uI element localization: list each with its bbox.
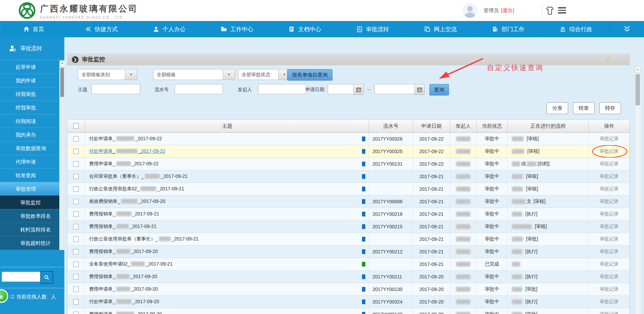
theme-skin-icon[interactable] [545, 6, 555, 15]
approval-record-link[interactable]: 审批记录 [600, 249, 619, 255]
scroll-up-icon[interactable]: ▲ [60, 60, 65, 67]
table-row[interactable]: 费用报销单__2017-09-20 2017YY00211 2017-09-20… [67, 271, 629, 283]
row-subject[interactable]: 行政公章使用审批单02__2017-09-21 [89, 186, 184, 192]
sidebar-item[interactable]: 审批数据查询 [0, 141, 59, 155]
logout-link[interactable]: [退出] [501, 0, 514, 21]
table-row[interactable]: 费用申请单__2017-09-22 2017YY00131 2017-09-22… [67, 158, 629, 170]
initiator-input[interactable] [258, 84, 306, 94]
nav-item-approval-flow[interactable]: 审批流转 [339, 21, 407, 37]
menu-icon[interactable] [558, 7, 566, 15]
archive-button[interactable]: 转存 [599, 102, 621, 114]
scrollbar-thumb[interactable] [60, 68, 64, 97]
sidebar-item[interactable]: 审批监控 [0, 195, 59, 209]
date-from-input[interactable] [328, 84, 356, 94]
row-subject[interactable]: 费用申请单__2017-09-22 [89, 161, 158, 167]
nav-item-doc-center[interactable]: 文档中心 [271, 21, 339, 37]
approval-record-link[interactable]: 审批记录 [600, 198, 619, 205]
sidebar-section-header[interactable]: 审批流转 [0, 37, 64, 60]
row-subject[interactable]: 费用报销单__2017-09-20 [89, 249, 158, 255]
table-row[interactable]: 付款申请单__2017-09-20 2017YY00324 2017-09-20… [67, 296, 629, 308]
approval-record-link[interactable]: 审批记录 [600, 274, 619, 280]
sidebar-item[interactable]: 审批管理 [0, 182, 59, 195]
approval-record-link[interactable]: 审批记录 [600, 136, 619, 142]
sidebar-item[interactable]: 审批效率排名 [0, 209, 59, 223]
row-checkbox[interactable] [73, 161, 79, 167]
row-subject[interactable]: 费用报销单__2017-09-20 [89, 274, 157, 280]
row-checkbox[interactable] [73, 136, 79, 142]
approval-status-dropdown[interactable]: 全部审批状态 ▼ [238, 69, 291, 80]
row-subject[interactable]: 合同章审批单（董事长）__2017-09-21 [89, 173, 188, 180]
search-button[interactable] [40, 271, 53, 284]
table-row[interactable]: 付款申请单__2017-09-22 2017YY00325 2017-09-22… [67, 145, 629, 158]
row-subject[interactable]: 费用报销单__2017-09-21 [89, 211, 159, 217]
table-row[interactable]: 费用申请单__2017-09-20 2017YY00129 2017-09-20… [67, 308, 629, 314]
sidebar-item[interactable]: 审批超时统计 [0, 236, 59, 250]
row-subject[interactable]: 付款申请单__2017-09-22 [89, 148, 165, 154]
chevron-down-icon[interactable]: ▼ [125, 69, 137, 80]
content-scrollbar[interactable]: ▲ [635, 66, 641, 314]
nav-more-button[interactable] [610, 21, 644, 37]
approval-record-link[interactable]: 审批记录 [600, 186, 619, 192]
approval-record-link[interactable]: 审批记录 [600, 299, 619, 305]
template-dropdown[interactable]: 全部模板 ▼ [153, 69, 235, 80]
row-subject[interactable]: 费用申请单__2017-09-20 [89, 311, 162, 314]
favorite-star-icon[interactable]: ☆ [605, 55, 612, 64]
sidebar-search-input[interactable] [2, 272, 42, 282]
nav-item-online-exchange[interactable]: 网上交流 [407, 21, 474, 37]
form-item-query-button[interactable]: 按表单项目查询 [287, 69, 332, 81]
table-row[interactable]: 付款申请单__2017-09-22 2017YY00326 2017-09-22… [67, 133, 629, 145]
row-subject[interactable]: 付款申请单__2017-09-20 [89, 299, 159, 305]
row-checkbox[interactable] [73, 174, 79, 179]
row-checkbox[interactable] [73, 236, 79, 242]
table-row[interactable]: 差旅费报销单__2017-09-20 2017YY00086 2017-09-2… [67, 195, 629, 208]
nav-item-admin[interactable]: 综合行政 [542, 21, 610, 37]
row-checkbox[interactable] [73, 261, 79, 267]
date-to-input[interactable] [374, 84, 416, 94]
row-subject[interactable]: 行政公章使用审批单（董事长）__2017-09-21 [89, 236, 198, 242]
query-button[interactable]: 查询 [429, 84, 449, 96]
nav-item-home[interactable]: 首页 [0, 21, 68, 37]
sidebar-item[interactable]: 我的申请 [0, 74, 59, 87]
sidebar-item[interactable]: 待我审批 [0, 87, 59, 101]
approval-record-link[interactable]: 审批记录 [600, 286, 619, 292]
approval-record-link[interactable]: 审批记录 [600, 211, 619, 217]
row-checkbox[interactable] [73, 274, 79, 279]
notification-badge[interactable]: 8 [0, 289, 8, 303]
row-checkbox[interactable] [73, 149, 79, 154]
scroll-up-icon[interactable]: ▲ [635, 66, 641, 73]
table-row[interactable]: 费用申请单__2017-09-20 2017YY00130 2017-09-20… [67, 283, 629, 296]
calendar-icon[interactable] [353, 84, 364, 95]
row-checkbox[interactable] [73, 299, 79, 305]
table-row[interactable]: 费用报销单__2017-09-21 2017YY00215 2017-09-21… [67, 221, 629, 233]
approval-record-link[interactable]: 审批记录 [600, 224, 619, 230]
table-row[interactable]: 行政公章使用审批单02__2017-09-21 2017-09-21 审批中 [… [67, 183, 629, 195]
row-subject[interactable]: 业务章使用申请02__2017-09-21 [89, 261, 173, 267]
serial-input[interactable] [175, 84, 223, 94]
approval-record-link[interactable]: 审批记录 [600, 236, 619, 242]
table-row[interactable]: 合同章审批单（董事长）__2017-09-21 2017-09-21 审批中 [… [67, 170, 629, 183]
subject-input[interactable] [91, 84, 140, 94]
scrollbar-thumb[interactable] [636, 74, 640, 105]
row-subject[interactable]: 差旅费报销单__2017-09-20 [89, 198, 165, 205]
row-subject[interactable]: 付款申请单__2017-09-22 [89, 136, 162, 142]
table-row[interactable]: 业务章使用申请02__2017-09-21 2017-09-21 已完成 审批记… [67, 258, 629, 271]
sidebar-item[interactable]: 经我审批 [0, 101, 59, 114]
row-checkbox[interactable] [73, 199, 79, 204]
sidebar-item[interactable]: 待我阅读 [0, 114, 59, 128]
sidebar-scrollbar[interactable]: ▲ [59, 60, 65, 250]
sidebar-item[interactable]: 起草申请 [0, 60, 59, 74]
table-row[interactable]: 费用报销单__2017-09-20 2017YY00212 2017-09-21… [67, 246, 629, 258]
row-checkbox[interactable] [73, 312, 79, 314]
approval-record-link[interactable]: 审批记录 [600, 173, 619, 180]
template-type-dropdown[interactable]: 全部模板类别 ▼ [78, 69, 137, 80]
sidebar-item[interactable]: 代理申请 [0, 155, 59, 168]
approval-record-link[interactable]: 审批记录 [600, 148, 619, 154]
row-subject[interactable]: 费用报销单__2017-09-21 [89, 224, 156, 230]
row-subject[interactable]: 费用申请单__2017-09-20 [89, 286, 158, 292]
row-checkbox[interactable] [73, 287, 79, 292]
forward-button[interactable]: 转发 [573, 102, 595, 114]
distribute-button[interactable]: 分发 [546, 102, 568, 114]
row-checkbox[interactable] [73, 224, 79, 229]
avatar[interactable] [463, 3, 477, 18]
nav-item-work-center[interactable]: 工作中心 [203, 21, 271, 37]
